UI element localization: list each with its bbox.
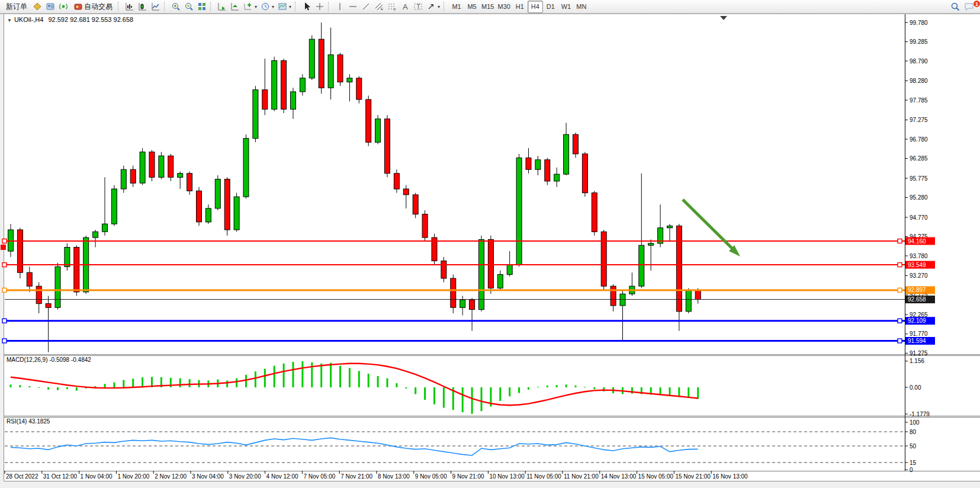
price-badge-92.109: 92.109 [908,317,926,324]
candle-body [639,245,644,286]
candle-body [545,160,550,181]
horizontal-line-button[interactable] [346,1,359,13]
timeframe-w1[interactable]: W1 [558,1,574,13]
candle-body [488,239,493,288]
dropdown-arrow-icon: ▾ [272,4,274,9]
price-tick-label: 91.770 [910,330,928,337]
candle-body [441,261,446,279]
price-badge-94.160: 94.160 [908,238,926,245]
candle-body [224,179,230,230]
candle-body [300,78,305,92]
timeframe-mn[interactable]: MN [574,1,589,13]
profiles-button[interactable] [44,1,57,13]
price-tick-label: 97.785 [910,97,928,104]
chart-shift-button[interactable] [229,1,242,13]
svg-text:0.00: 0.00 [910,384,921,391]
rsi-indicator-label: RSI(14) 43.1825 [7,418,50,425]
candlestick-chart-button[interactable] [136,1,149,13]
chart-symbol-period: UKOil-,H4 [14,16,44,23]
templates-button[interactable]: ▾ [276,1,293,13]
candle-body [403,189,409,195]
price-badge-91.594: 91.594 [908,338,926,344]
line-chart-icon [151,2,160,11]
timeframe-h4[interactable]: H4 [528,1,543,13]
search-button[interactable] [949,1,962,13]
autotrading-button[interactable]: 自动交易 [70,1,116,13]
timeframe-m5[interactable]: M5 [464,1,480,13]
fibonacci-icon: F [387,2,397,11]
auto-scroll-icon [217,2,227,11]
hline-handle[interactable] [2,239,7,243]
candle-body [291,92,296,110]
candle-body [356,78,362,99]
timeframe-h1[interactable]: H1 [512,1,528,13]
dropdown-arrow-icon: ▾ [255,4,257,9]
candle-body [676,226,682,312]
timeframe-d1[interactable]: D1 [543,1,558,13]
chart-ohlc-values: 92.592 92.681 92.553 92.658 [48,16,133,23]
fibonacci-button[interactable]: F [385,1,399,13]
trendline-button[interactable] [359,1,372,13]
tile-windows-button[interactable] [195,1,208,13]
dropdown-arrow-icon: ▾ [438,4,440,9]
timeframe-m30[interactable]: M30 [496,1,512,13]
candle-body [479,239,484,309]
toolbar-grip [118,2,121,11]
candle-body [46,304,51,308]
hline-handle[interactable] [898,339,902,343]
autotrading-icon [73,2,83,11]
broadcast-button[interactable] [57,1,70,13]
candle-body [554,174,560,181]
hline-handle[interactable] [2,263,7,267]
time-tick-label: 1 Nov 20:00 [117,473,149,480]
new-chart-button[interactable] [31,1,44,13]
candle-body [243,139,249,197]
text-button[interactable]: A [399,1,412,13]
indicators-button[interactable]: ▾ [242,1,259,13]
candle-body [281,60,287,109]
candlestick-chart-icon [138,2,147,11]
hline-handle[interactable] [898,263,902,267]
hline-handle[interactable] [898,319,902,323]
chart-dropdown-icon[interactable]: ▼ [7,18,12,23]
chart-canvas[interactable]: 99.78099.28598.79098.28097.78597.27596.7… [0,0,980,488]
timeframe-m15[interactable]: M15 [480,1,496,13]
toolbar-grip [328,2,332,11]
time-tick-label: 11 Nov 05:00 [526,473,561,480]
candle-body [366,99,371,142]
candle-body [422,214,428,237]
periods-button[interactable]: ▾ [259,1,276,13]
zoom-out-button[interactable] [182,1,195,13]
candle-body [309,39,314,78]
text-label-button[interactable]: T [412,1,425,13]
trendline-icon [361,2,371,11]
line-chart-button[interactable] [149,1,162,13]
hline-handle[interactable] [2,288,7,292]
candle-body [460,300,465,307]
candle-body [205,208,211,222]
time-tick-label: 15 Nov 05:00 [638,473,674,480]
toolbar-grip [210,2,214,11]
arrows-button[interactable]: ▾ [425,1,442,13]
vertical-line-button[interactable] [333,1,346,13]
new-order-button[interactable]: 新订单 [2,1,31,13]
hline-handle[interactable] [898,288,902,292]
crosshair-button[interactable] [313,1,326,13]
bar-chart-button[interactable] [123,1,136,13]
auto-scroll-button[interactable] [216,1,229,13]
time-tick-label: 8 Nov 13:00 [378,473,410,480]
hline-handle[interactable] [2,339,7,343]
price-tick-label: 91.275 [910,350,928,357]
hline-handle[interactable] [898,239,902,243]
hline-handle[interactable] [2,319,7,323]
candle-body [507,265,512,274]
equidistant-channel-button[interactable]: E [372,1,385,13]
text-label-icon: T [413,2,423,11]
candle-body [535,160,541,169]
zoom-in-button[interactable] [169,1,182,13]
cursor-button[interactable] [300,1,313,13]
candle-body [159,156,164,177]
text-icon: A [400,2,410,11]
time-tick-label: 7 Nov 05:00 [303,473,335,480]
timeframe-m1[interactable]: M1 [449,1,464,13]
